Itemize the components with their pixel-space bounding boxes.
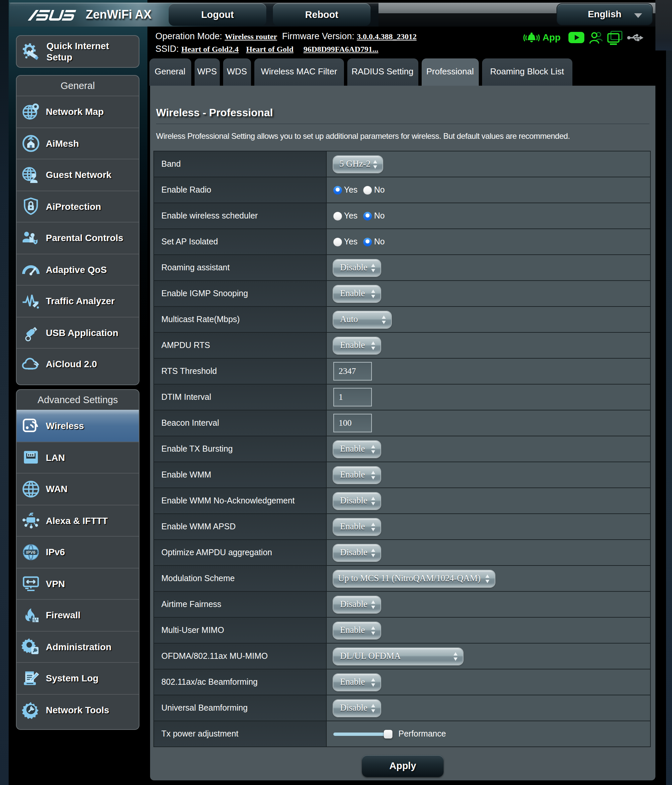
svg-text:IPV6: IPV6 xyxy=(26,550,36,555)
